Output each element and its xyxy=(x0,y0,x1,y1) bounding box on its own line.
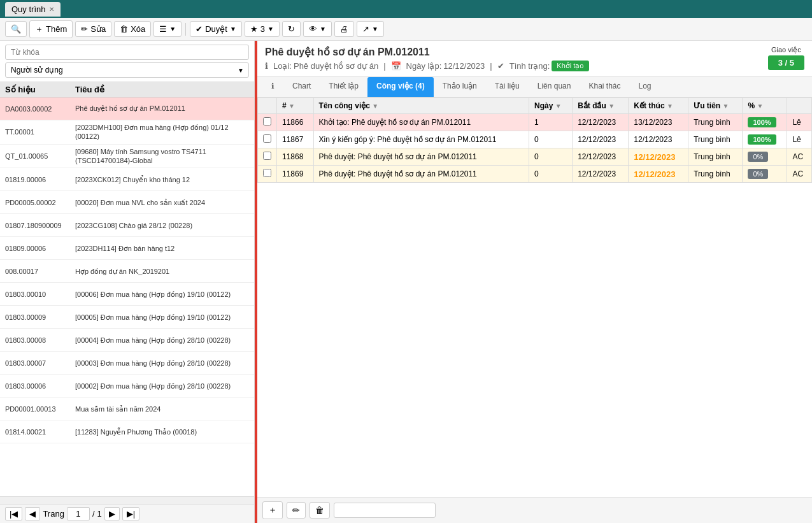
start-filter-icon[interactable]: ▼ xyxy=(608,103,615,110)
tab-tailieu[interactable]: Tài liệu xyxy=(486,77,529,97)
tab-setup[interactable]: Thiết lập xyxy=(320,77,367,97)
separator-1 xyxy=(185,23,186,36)
type-value: Phê duyệt hồ sơ dự án xyxy=(294,61,378,71)
work-table-wrap[interactable]: # ▼ Tên công việc ▼ Ngày ▼ Bắt đầu ▼ Kết… xyxy=(257,97,812,497)
row-code: 01803.00008 xyxy=(5,336,75,344)
row-percent: 0% xyxy=(743,148,787,166)
quy-trinh-tab[interactable]: Quy trình ✕ xyxy=(5,2,61,17)
row-check[interactable] xyxy=(258,131,277,148)
list-row[interactable]: 01807.180900009 [2023CG108] Chào giá 28/… xyxy=(0,214,254,237)
row-check[interactable] xyxy=(258,114,277,131)
list-row[interactable]: PD00001.00013 Mua sắm tài sản năm 2024 xyxy=(0,398,254,420)
logo-button[interactable]: 🔍 xyxy=(5,21,27,37)
list-row[interactable]: DA0003.00002 Phê duyệt hồ sơ dự án PM.01… xyxy=(0,97,254,120)
tab-khaithac[interactable]: Khai thác xyxy=(580,77,629,97)
date-meta: Ngày lập: 12/12/2023 xyxy=(406,61,485,71)
list-row[interactable]: 01803.00010 [00006] Đơn mua hàng (Hợp đồ… xyxy=(0,283,254,306)
list-row[interactable]: 01809.00006 [2023DH114] Đơn bán hàng t12 xyxy=(0,237,254,260)
refresh-button[interactable]: ↻ xyxy=(282,21,301,37)
table-row[interactable]: 11869 Phê duyệt: Phê duyệt hồ sơ dự án P… xyxy=(258,166,812,183)
row-title: [00002] Đơn mua hàng (Hợp đồng) 28/10 (0… xyxy=(75,382,249,390)
page-input[interactable] xyxy=(67,507,90,520)
table-row[interactable]: 11867 Xin ý kiến góp ý: Phê duyệt hồ sơ … xyxy=(258,131,812,148)
menu-button[interactable]: ☰ ▼ xyxy=(153,21,182,37)
row-code: PD00001.00013 xyxy=(5,405,75,413)
row-percent: 100% xyxy=(743,131,787,148)
row-code: 01803.00006 xyxy=(5,382,75,390)
row-check[interactable] xyxy=(258,166,277,183)
type-label: Loại: xyxy=(273,61,292,71)
list-row[interactable]: 008.00017 Hợp đồng dự án NK_2019201 xyxy=(0,260,254,283)
row-end: 13/12/2023 xyxy=(629,114,688,131)
footer-delete-button[interactable]: 🗑 xyxy=(310,502,330,519)
end-date-highlight: 12/12/2023 xyxy=(634,169,675,179)
detail-title: Phê duyệt hồ sơ dự án PM.012011 xyxy=(265,46,589,58)
days-filter-icon[interactable]: ▼ xyxy=(555,103,562,110)
footer-input[interactable] xyxy=(334,503,436,518)
table-row[interactable]: 11866 Khởi tạo: Phê duyệt hồ sơ dự án PM… xyxy=(258,114,812,131)
giao-viec-progress: 3 / 5 xyxy=(768,55,804,70)
tab-chart[interactable]: Chart xyxy=(283,77,320,97)
meta-sep-1: | xyxy=(383,61,385,71)
col-person xyxy=(787,98,812,114)
percent-filter-icon[interactable]: ▼ xyxy=(757,103,764,110)
row-id: 11866 xyxy=(277,114,314,131)
row-percent: 100% xyxy=(743,114,787,131)
star-label: 3 xyxy=(260,24,265,34)
footer-add-button[interactable]: ＋ xyxy=(262,501,283,519)
footer-edit-button[interactable]: ✏ xyxy=(287,502,306,519)
row-end: 12/12/2023 xyxy=(629,166,688,183)
percent-badge: 100% xyxy=(748,117,776,127)
list-row[interactable]: 01803.00009 [00005] Đơn mua hàng (Hợp đồ… xyxy=(0,306,254,329)
star-button[interactable]: ★ 3 ▼ xyxy=(245,21,280,37)
page-first-button[interactable]: |◀ xyxy=(5,507,22,520)
tab-log[interactable]: Log xyxy=(630,77,660,97)
page-last-button[interactable]: ▶| xyxy=(122,507,139,520)
delete-button[interactable]: 🗑 Xóa xyxy=(114,21,151,37)
date-value: 12/12/2023 xyxy=(443,61,485,71)
page-prev-button[interactable]: ◀ xyxy=(25,507,40,520)
row-title: [2023XCK012] Chuyển kho tháng 12 xyxy=(75,175,249,184)
close-tab-icon[interactable]: ✕ xyxy=(49,6,54,13)
list-row[interactable]: TT.00001 [2023DMH100] Đơn mua hàng (Hợp … xyxy=(0,120,254,145)
row-name: Phê duyệt: Phê duyệt hồ sơ dự án PM.0120… xyxy=(313,148,529,166)
print-button[interactable]: 🖨 xyxy=(334,21,354,37)
name-filter-icon[interactable]: ▼ xyxy=(372,103,378,110)
search-input[interactable] xyxy=(5,45,249,60)
row-priority: Trung bình xyxy=(688,148,743,166)
num-filter-icon[interactable]: ▼ xyxy=(288,103,295,110)
list-row[interactable]: 01803.00007 [00003] Đơn mua hàng (Hợp đồ… xyxy=(0,352,254,375)
priority-filter-icon[interactable]: ▼ xyxy=(723,103,729,110)
row-end: 12/12/2023 xyxy=(629,148,688,166)
search-area: Người sử dụng ▼ xyxy=(0,41,254,82)
list-row[interactable]: 01803.00008 [00004] Đơn mua hàng (Hợp đồ… xyxy=(0,329,254,352)
page-next-button[interactable]: ▶ xyxy=(104,507,120,520)
col-end: Kết thúc ▼ xyxy=(629,98,688,114)
tab-congviec[interactable]: Công việc (4) xyxy=(367,77,434,97)
approve-button[interactable]: ✔ Duyệt ▼ xyxy=(190,21,242,37)
list-row[interactable]: 01803.00006 [00002] Đơn mua hàng (Hợp đồ… xyxy=(0,375,254,398)
row-name: Khởi tạo: Phê duyệt hồ sơ dự án PM.01201… xyxy=(313,114,529,131)
user-select[interactable]: Người sử dụng xyxy=(5,62,249,78)
share-button[interactable]: ↗ ▼ xyxy=(357,21,384,37)
row-code: DA0003.00002 xyxy=(5,105,75,113)
list-row[interactable]: PD00005.00002 [00020] Đơn mua NVL cho sả… xyxy=(0,191,254,214)
tab-lienquan[interactable]: Liên quan xyxy=(529,77,580,97)
end-filter-icon[interactable]: ▼ xyxy=(667,103,673,110)
row-start: 12/12/2023 xyxy=(573,114,629,131)
left-hscroll[interactable] xyxy=(0,496,254,504)
tab-info[interactable]: ℹ xyxy=(262,77,283,97)
share-dropdown-icon: ▼ xyxy=(372,25,378,32)
giao-viec-label: Giao việc xyxy=(768,46,804,54)
list-row[interactable]: 01814.00021 [11283] Nguyễn Phương Thảo (… xyxy=(0,420,254,443)
row-title: [00020] Đơn mua NVL cho sản xuất 2024 xyxy=(75,198,249,207)
edit-button[interactable]: ✏ Sửa xyxy=(75,21,111,37)
add-button[interactable]: ＋ Thêm xyxy=(29,20,73,38)
row-priority: Trung bình xyxy=(688,166,743,183)
eye-button[interactable]: 👁 ▼ xyxy=(303,21,332,37)
list-row[interactable]: QT_01.00065 [09680] Máy tính Samsung vos… xyxy=(0,145,254,169)
table-row[interactable]: 11868 Phê duyệt: Phê duyệt hồ sơ dự án P… xyxy=(258,148,812,166)
row-check[interactable] xyxy=(258,148,277,166)
tab-thaoluan[interactable]: Thảo luận xyxy=(434,77,486,97)
list-row[interactable]: 01819.00006 [2023XCK012] Chuyển kho thán… xyxy=(0,168,254,191)
